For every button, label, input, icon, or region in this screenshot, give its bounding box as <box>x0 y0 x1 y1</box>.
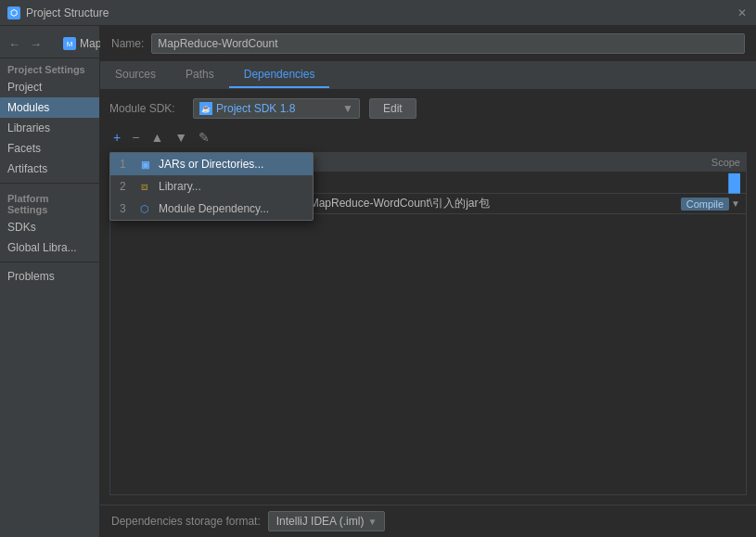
footer-label: Dependencies storage format: <box>111 515 261 528</box>
module-dep-icon: ⬡ <box>138 202 151 215</box>
facets-item-label: Facets <box>7 142 41 155</box>
window-controls: ✕ <box>736 6 749 19</box>
sdk-icon: ☕ <box>199 102 212 115</box>
tab-sources[interactable]: Sources <box>100 62 171 88</box>
sidebar-item-project[interactable]: Project <box>0 77 99 97</box>
artifacts-item-label: Artifacts <box>7 162 47 175</box>
sidebar-item-sdks[interactable]: SDKs <box>0 217 99 237</box>
tabs-bar: Sources Paths Dependencies <box>100 62 756 89</box>
sidebar-divider-2 <box>0 262 99 262</box>
storage-format-dropdown[interactable]: IntelliJ IDEA (.iml) ▼ <box>268 511 386 531</box>
sdk-dropdown[interactable]: ☕ Project SDK 1.8 ▼ <box>193 98 360 119</box>
content-area: Name: Sources Paths Dependencies Module … <box>100 26 756 537</box>
add-library-item[interactable]: 2 ⧇ Library... <box>110 175 313 198</box>
project-icon: M <box>63 37 76 50</box>
sidebar-item-facets[interactable]: Facets <box>0 138 99 159</box>
deps-toolbar: + − ▲ ▼ ✎ 1 ▣ JARs or Directories... <box>109 128 747 147</box>
sdks-item-label: SDKs <box>7 221 36 234</box>
sidebar-item-global-libs[interactable]: Global Libra... <box>0 237 99 258</box>
content-footer: Dependencies storage format: IntelliJ ID… <box>100 505 756 537</box>
edit-sdk-button[interactable]: Edit <box>369 98 416 119</box>
window-title: Project Structure <box>26 6 730 19</box>
add-library-label: Library... <box>159 180 201 193</box>
tab-dependencies[interactable]: Dependencies <box>229 62 330 88</box>
col-scope-header: Scope <box>662 153 746 172</box>
add-module-dep-item[interactable]: 3 ⬡ Module Dependency... <box>110 198 313 220</box>
title-bar: ⬡ Project Structure ✕ <box>0 0 756 26</box>
sidebar-divider <box>0 183 99 184</box>
back-button[interactable]: ← <box>6 35 23 53</box>
sdk-row: Module SDK: ☕ Project SDK 1.8 ▼ Edit <box>109 98 747 119</box>
global-libs-item-label: Global Libra... <box>7 241 77 254</box>
module-name-input[interactable] <box>151 33 745 54</box>
project-settings-label: Project Settings <box>0 58 99 77</box>
add-module-dep-label: Module Dependency... <box>159 202 269 215</box>
sidebar-item-libraries[interactable]: Libraries <box>0 118 99 138</box>
project-item-label: Project <box>7 81 42 94</box>
modules-item-label: Modules <box>7 101 49 114</box>
sidebar-item-problems[interactable]: Problems <box>0 266 99 287</box>
storage-format-value: IntelliJ IDEA (.iml) <box>276 515 365 528</box>
platform-settings-label: Platform Settings <box>0 187 99 217</box>
library-icon: ⧇ <box>138 180 151 193</box>
sidebar-toolbar: ← → M MapReduce- <box>0 30 99 58</box>
scope-badge: Compile <box>681 198 729 211</box>
move-down-button[interactable]: ▼ <box>171 128 191 147</box>
edit-dependency-button[interactable]: ✎ <box>195 128 213 147</box>
content-header: Name: <box>100 26 756 62</box>
row-1-scope: █ <box>662 173 746 193</box>
sidebar: ← → M MapReduce- Project Settings Projec… <box>0 26 100 537</box>
sdk-name: Project SDK 1.8 <box>216 102 295 115</box>
content-body: Module SDK: ☕ Project SDK 1.8 ▼ Edit + −… <box>100 89 756 505</box>
item-num-2: 2 <box>120 180 131 193</box>
problems-item-label: Problems <box>7 270 55 283</box>
jar-icon: ▣ <box>138 158 151 171</box>
add-jars-item[interactable]: 1 ▣ JARs or Directories... <box>110 153 313 175</box>
add-dependency-button[interactable]: + <box>109 128 124 147</box>
move-up-button[interactable]: ▲ <box>147 128 167 147</box>
row-2-scope: Compile ▼ <box>662 196 746 212</box>
close-button[interactable]: ✕ <box>736 6 749 19</box>
sdk-label: Module SDK: <box>109 102 184 115</box>
remove-dependency-button[interactable]: − <box>128 128 143 147</box>
libraries-item-label: Libraries <box>7 121 50 134</box>
dropdown-arrow-icon: ▼ <box>367 517 377 527</box>
tab-paths[interactable]: Paths <box>171 62 229 88</box>
name-label: Name: <box>111 37 144 50</box>
sdk-dropdown-arrow-icon: ▼ <box>342 102 353 115</box>
add-dropdown: 1 ▣ JARs or Directories... 2 ⧇ Library.. <box>109 152 314 221</box>
item-num-1: 1 <box>120 158 131 171</box>
scope-arrow-icon[interactable]: ▼ <box>731 198 740 209</box>
item-num-3: 3 <box>120 202 131 215</box>
sidebar-item-artifacts[interactable]: Artifacts <box>0 159 99 179</box>
add-jars-label: JARs or Directories... <box>159 158 263 171</box>
main-layout: ← → M MapReduce- Project Settings Projec… <box>0 26 756 537</box>
sidebar-item-modules[interactable]: Modules <box>0 97 99 118</box>
forward-button[interactable]: → <box>27 35 45 53</box>
app-icon: ⬡ <box>7 6 20 19</box>
